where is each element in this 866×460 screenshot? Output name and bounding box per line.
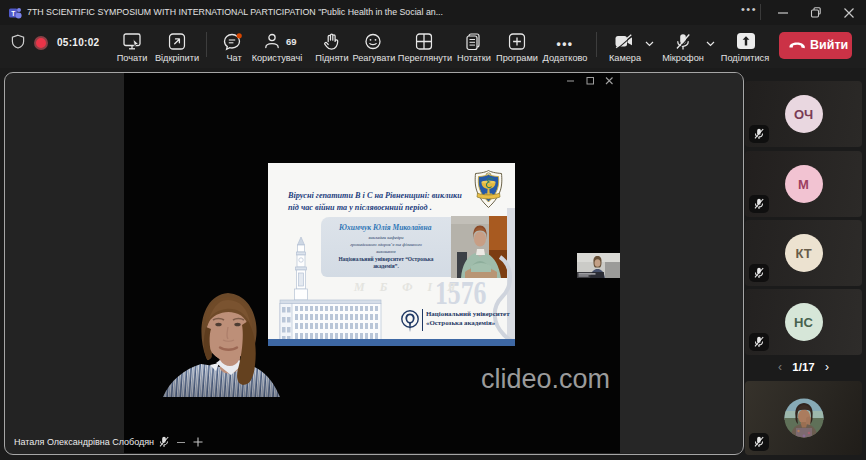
svg-text:T: T bbox=[11, 10, 15, 17]
